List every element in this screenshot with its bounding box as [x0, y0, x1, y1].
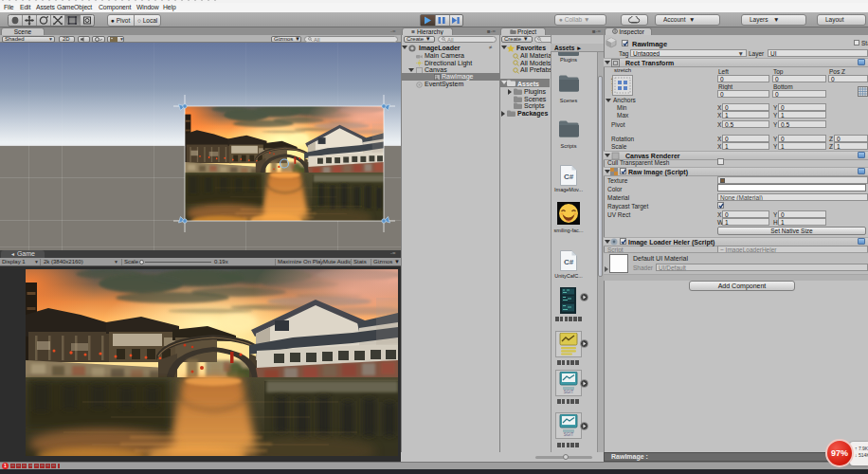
svg-text:SGIT: SGIT [564, 390, 574, 394]
svg-text:SGIT: SGIT [564, 432, 574, 437]
svg-text:C#: C# [564, 258, 574, 266]
svg-text:C#: C# [564, 173, 574, 181]
